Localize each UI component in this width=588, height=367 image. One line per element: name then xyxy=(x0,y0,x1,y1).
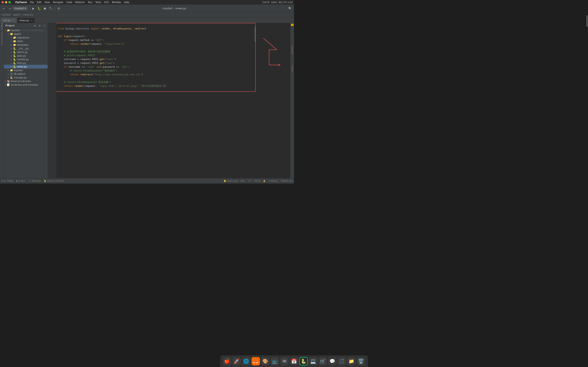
status-bar: ☑ 6: TODO ▶ 4: Run ⬛ Terminal 🐍 Python C… xyxy=(0,178,294,184)
tab-views-py[interactable]: views.py × xyxy=(17,18,35,23)
menubar-battery: 100% xyxy=(271,1,277,4)
toolbar-back-button[interactable]: ← xyxy=(1,6,7,11)
breadcrumb-mysite2[interactable]: mysite2 xyxy=(1,13,11,16)
run-button[interactable]: ▶ xyxy=(31,6,36,11)
code-line-68 xyxy=(58,46,254,50)
database-panel-icon[interactable]: Database xyxy=(291,46,293,54)
menubar-time: 周三下午 2:43 xyxy=(279,1,293,4)
menu-item-vcs[interactable]: VCS xyxy=(104,1,109,4)
sidebar-tree-item[interactable]: ▸🐍models.py xyxy=(4,58,48,61)
favorites-icon[interactable]: ★ Favorites xyxy=(0,33,3,35)
menu-item-file[interactable]: File xyxy=(30,1,34,4)
menu-item-refactor[interactable]: Refactor xyxy=(75,1,85,4)
status-line-sep[interactable]: LF xyxy=(249,180,251,182)
right-annotation-panel xyxy=(256,23,290,178)
menu-item-run[interactable]: Run xyxy=(88,1,92,4)
search-everywhere-button[interactable]: 🔍 xyxy=(287,6,293,11)
code-line-83 xyxy=(58,103,254,107)
stop-button[interactable]: ⏹ xyxy=(42,6,47,11)
project-selector[interactable]: mysite2 ▾ xyxy=(13,7,27,10)
breadcrumb-views-py[interactable]: views.py xyxy=(23,13,33,16)
sidebar-tree-item[interactable]: ▸🐍views.py xyxy=(4,65,48,68)
status-event-log[interactable]: 🔔 Event Log xyxy=(224,180,238,182)
tab-views-py-close[interactable]: × xyxy=(30,19,33,22)
close-button[interactable] xyxy=(1,1,4,3)
project-selector-label: mysite2 xyxy=(15,7,24,10)
code-line-70: # print(request.POST) xyxy=(58,53,254,57)
code-content-area[interactable]: from django.shortcuts import render, Htt… xyxy=(56,23,256,178)
sidebar-tree-item[interactable]: ▸📝Scratches and Consoles xyxy=(4,83,48,87)
sidebar-title: Project xyxy=(5,24,32,27)
minimize-button[interactable] xyxy=(5,1,7,3)
status-encoding[interactable]: UTF-8 xyxy=(254,180,260,182)
window-controls xyxy=(1,1,11,3)
sidebar-tree-item[interactable]: ▸🐍tests.py xyxy=(4,61,48,65)
toolbar-forward-button[interactable]: → xyxy=(7,6,12,11)
sidebar-settings-button[interactable]: ⚙ xyxy=(38,24,42,27)
left-side-panel: Project ★ Favorites ScView xyxy=(0,23,4,178)
tab-urls-py[interactable]: urls.py × xyxy=(1,18,17,23)
menu-item-navigate[interactable]: Navigate xyxy=(53,1,63,4)
menu-item-code[interactable]: Code xyxy=(66,1,72,4)
tab-urls-py-label: urls.py xyxy=(3,19,11,22)
code-line-84 xyxy=(58,107,254,111)
sidebar-tree-item[interactable]: ▾📁mysite2~/PycharmProjects/g... xyxy=(4,28,48,32)
sidebar-tree-item[interactable]: ▸📁static xyxy=(4,39,48,43)
code-line-63: from django.shortcuts import render, Htt… xyxy=(58,27,254,31)
sidebar-collapse-button[interactable]: ⊞ xyxy=(33,24,37,27)
maximize-button[interactable] xyxy=(9,1,11,3)
window-title: mysite2 – views.py xyxy=(62,7,287,10)
todo-icon: ☑ xyxy=(1,180,3,182)
status-right-area: 🔔 Event Log 88:1 LF UTF-8 🔒 4 spaces Pyt… xyxy=(224,180,293,182)
debug-button[interactable]: 🐛 xyxy=(36,6,42,11)
sidebar-tree-item[interactable]: ▸🐍manage.py xyxy=(4,76,48,79)
status-terminal[interactable]: ⬛ Terminal xyxy=(28,180,41,182)
status-event-log-label: Event Log xyxy=(227,180,238,182)
editor-tab-bar: urls.py × views.py × xyxy=(0,17,294,23)
scroll-indicator[interactable] xyxy=(255,27,255,42)
run-icon: ▶ xyxy=(16,180,18,182)
code-editor[interactable]: from django.shortcuts import render, Htt… xyxy=(48,23,256,178)
status-encoding-label: UTF-8 xyxy=(254,180,260,182)
status-todo[interactable]: ☑ 6: TODO xyxy=(1,180,13,182)
menu-item-tools[interactable]: Tools xyxy=(95,1,101,4)
code-line-76 xyxy=(58,76,254,80)
sidebar-tree-item[interactable]: ▸🐍admin.py xyxy=(4,50,48,54)
code-line-65: def login(request): xyxy=(58,34,254,38)
code-line-74: # return HttpResponse("登录成功") xyxy=(58,69,254,73)
menu-item-edit[interactable]: Edit xyxy=(37,1,41,4)
sidebar-close-button[interactable]: × xyxy=(42,24,46,27)
lock-icon: 🔒 xyxy=(263,180,266,182)
sidebar-tree-item[interactable]: ▸📚External Libraries xyxy=(4,79,48,83)
sidebar-tree-item[interactable]: ▸📁migrations xyxy=(4,36,48,39)
sidebar-tree-item[interactable]: ▸🐍__init__.py xyxy=(4,47,48,50)
sidebar-tree-item[interactable]: ▸📁mysite2 xyxy=(4,68,48,72)
toolbar-separator xyxy=(29,7,29,10)
menu-item-help[interactable]: Help xyxy=(124,1,129,4)
status-indent[interactable]: 4 spaces xyxy=(269,180,278,182)
build-button[interactable]: 🔨 xyxy=(48,6,53,11)
project-sidebar: Project ⊞ ⚙ × ▾📁mysite2~/PycharmProjects… xyxy=(4,23,48,178)
settings-button[interactable]: ⚙ xyxy=(56,6,61,11)
breadcrumb-app01[interactable]: app01 xyxy=(13,13,20,16)
status-python-console[interactable]: 🐍 Python Console xyxy=(44,180,64,182)
menu-item-window[interactable]: Window xyxy=(112,1,121,4)
status-lock-icon[interactable]: 🔒 xyxy=(263,180,266,182)
code-line-86 xyxy=(58,115,254,118)
sidebar-tree-item[interactable]: ▸📁templates xyxy=(4,43,48,47)
sidebar-tree-item[interactable]: ▾📁app01 xyxy=(4,32,48,36)
scview-right-icon[interactable]: ScView xyxy=(291,66,293,72)
project-panel-icon[interactable]: Project xyxy=(0,25,3,27)
code-line-66: if request.method == "GET": xyxy=(58,38,254,42)
status-position[interactable]: 88:1 xyxy=(241,180,245,182)
tab-urls-py-close[interactable]: × xyxy=(12,19,15,22)
menu-item-pycharm[interactable]: PyCharm xyxy=(15,1,27,4)
menu-item-view[interactable]: View xyxy=(44,1,50,4)
svg-marker-0 xyxy=(279,64,281,66)
breadcrumb: mysite2 › app01 › views.py xyxy=(0,12,294,17)
status-run[interactable]: ▶ 4: Run xyxy=(16,180,26,182)
status-python-version[interactable]: Python 3.9 xyxy=(281,180,293,182)
sidebar-tree-item[interactable]: ▸🐍apps.py xyxy=(4,54,48,58)
scview-icon[interactable]: ScView xyxy=(0,41,3,44)
sidebar-tree-item[interactable]: ▸🗄️db.sqlite3 xyxy=(4,72,48,76)
